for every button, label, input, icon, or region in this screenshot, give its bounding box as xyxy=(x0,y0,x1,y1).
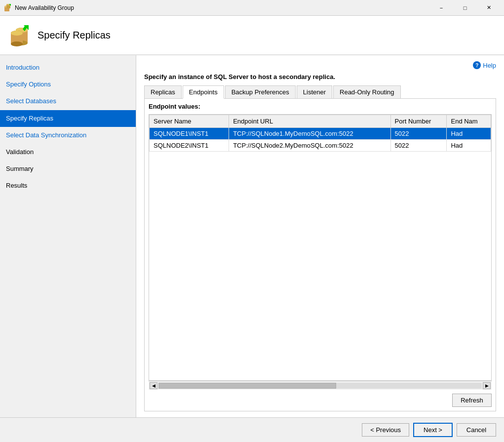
endpoints-panel: Endpoint values: Server Name Endpoint UR… xyxy=(144,99,496,411)
col-port-number: Port Number xyxy=(390,115,447,128)
title-bar: New Availability Group − □ ✕ xyxy=(0,0,504,16)
svg-point-11 xyxy=(11,31,23,36)
col-endpoint-url: Endpoint URL xyxy=(229,115,390,128)
cancel-button[interactable]: Cancel xyxy=(457,423,496,437)
server-name-cell: SQLNODE1\INST1 xyxy=(150,128,229,140)
sidebar-item-select-data-sync[interactable]: Select Data Synchronization xyxy=(0,127,136,144)
table-row[interactable]: SQLNODE2\INST1TCP://SQLNode2.MyDemoSQL.c… xyxy=(150,140,491,152)
col-server-name: Server Name xyxy=(150,115,229,128)
app-icon xyxy=(4,4,12,12)
tab-backup-preferences[interactable]: Backup Preferences xyxy=(225,85,296,98)
tab-replicas[interactable]: Replicas xyxy=(144,85,182,98)
refresh-row: Refresh xyxy=(149,394,492,407)
page-header: Specify Replicas xyxy=(0,16,504,55)
sidebar-item-summary: Summary xyxy=(0,161,136,177)
endpoint-name-cell: Had xyxy=(447,128,491,140)
scroll-track[interactable] xyxy=(158,383,482,389)
table-row[interactable]: SQLNODE1\INST1TCP://SQLNode1.MyDemoSQL.c… xyxy=(150,128,491,140)
window-title: New Availability Group xyxy=(15,4,430,11)
endpoint-url-cell: TCP://SQLNode1.MyDemoSQL.com:5022 xyxy=(229,128,390,140)
tab-bar: Replicas Endpoints Backup Preferences Li… xyxy=(144,85,496,99)
tab-read-only-routing[interactable]: Read-Only Routing xyxy=(333,85,401,98)
scroll-right-button[interactable]: ▶ xyxy=(483,382,491,389)
horizontal-scrollbar[interactable]: ◀ ▶ xyxy=(149,381,492,390)
scroll-left-button[interactable]: ◀ xyxy=(150,382,157,389)
sidebar-item-specify-replicas[interactable]: Specify Replicas xyxy=(0,110,136,127)
sidebar-item-select-databases[interactable]: Select Databases xyxy=(0,93,136,110)
help-icon: ? xyxy=(473,61,481,69)
maximize-button[interactable]: □ xyxy=(454,0,476,16)
panel-label: Endpoint values: xyxy=(149,103,492,110)
scroll-thumb[interactable] xyxy=(158,383,336,389)
tab-listener[interactable]: Listener xyxy=(297,85,332,98)
table-header-row: Server Name Endpoint URL Port Number End… xyxy=(150,115,491,128)
table-body: SQLNODE1\INST1TCP://SQLNode1.MyDemoSQL.c… xyxy=(150,128,491,152)
page-description: Specify an instance of SQL Server to hos… xyxy=(144,73,496,80)
endpoints-table-container[interactable]: Server Name Endpoint URL Port Number End… xyxy=(149,114,492,381)
previous-button[interactable]: < Previous xyxy=(362,423,409,437)
port-number-cell: 5022 xyxy=(390,128,447,140)
main-layout: Introduction Specify Options Select Data… xyxy=(0,55,504,417)
close-button[interactable]: ✕ xyxy=(477,0,500,16)
endpoints-table: Server Name Endpoint URL Port Number End… xyxy=(149,115,491,152)
help-label: Help xyxy=(483,62,496,69)
endpoint-name-cell: Had xyxy=(447,140,491,152)
endpoint-url-cell: TCP://SQLNode2.MyDemoSQL.com:5022 xyxy=(229,140,390,152)
sidebar-item-validation: Validation xyxy=(0,144,136,161)
svg-point-10 xyxy=(11,41,23,46)
next-button[interactable]: Next > xyxy=(413,423,453,437)
refresh-button[interactable]: Refresh xyxy=(452,394,492,407)
port-number-cell: 5022 xyxy=(390,140,447,152)
tab-endpoints[interactable]: Endpoints xyxy=(183,85,224,99)
sidebar-item-results: Results xyxy=(0,177,136,194)
help-link[interactable]: ? Help xyxy=(144,61,496,69)
page-title: Specify Replicas xyxy=(38,30,111,41)
minimize-button[interactable]: − xyxy=(430,0,453,16)
footer: < Previous Next > Cancel xyxy=(0,417,504,442)
title-bar-controls: − □ ✕ xyxy=(430,0,500,16)
content-area: ? Help Specify an instance of SQL Server… xyxy=(136,55,504,417)
sidebar: Introduction Specify Options Select Data… xyxy=(0,55,136,417)
server-name-cell: SQLNODE2\INST1 xyxy=(150,140,229,152)
sidebar-item-specify-options[interactable]: Specify Options xyxy=(0,76,136,93)
header-icon xyxy=(8,23,32,47)
sidebar-item-introduction[interactable]: Introduction xyxy=(0,59,136,76)
col-endpoint-name: End Nam xyxy=(447,115,491,128)
